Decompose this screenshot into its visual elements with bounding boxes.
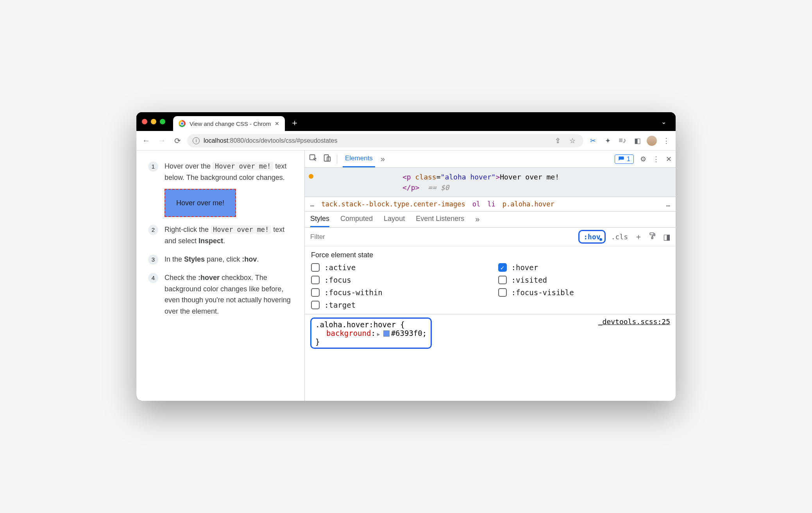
- devtools-panel: Elements » 1 ⚙ ⋮ ✕ <p class="aloha hover…: [304, 151, 676, 401]
- checkbox-checked-icon[interactable]: ✓: [498, 263, 507, 272]
- expand-icon[interactable]: ▶: [377, 331, 380, 337]
- tab-strip: View and change CSS - Chrom ✕ ＋ ⌄: [136, 112, 676, 131]
- crumb-item[interactable]: tack.stack--block.type.center-images: [321, 200, 465, 208]
- url-path: /docs/devtools/css/#pseudostates: [244, 137, 337, 144]
- crumb-overflow-icon[interactable]: …: [310, 200, 314, 208]
- rule-selector: .aloha.hover:hover {: [315, 320, 405, 329]
- state-focus[interactable]: :focus: [311, 276, 483, 284]
- crumb-item-selected[interactable]: p.aloha.hover: [503, 200, 554, 208]
- rule-source-link[interactable]: _devtools.scss:25: [598, 317, 670, 326]
- svg-rect-1: [324, 155, 329, 161]
- state-visited[interactable]: :visited: [498, 276, 670, 284]
- checkbox-icon[interactable]: [498, 288, 507, 297]
- filter-input[interactable]: [309, 231, 574, 242]
- step-1: 1 Hover over the Hover over me! text bel…: [148, 161, 293, 217]
- close-devtools-icon[interactable]: ✕: [666, 155, 672, 163]
- site-info-icon[interactable]: i: [193, 137, 200, 144]
- reload-button[interactable]: ⟳: [172, 136, 183, 145]
- bookmark-icon[interactable]: ☆: [567, 136, 578, 145]
- rule-value: #6393f0: [391, 329, 422, 337]
- url-host: localhost: [204, 137, 228, 144]
- device-toggle-icon[interactable]: [323, 154, 331, 164]
- close-window-icon[interactable]: [142, 119, 147, 124]
- tab-elements[interactable]: Elements: [343, 151, 375, 167]
- dom-eq: =: [436, 173, 441, 181]
- color-swatch-icon[interactable]: [383, 330, 390, 337]
- scissors-icon[interactable]: ✂: [587, 136, 598, 145]
- share-icon[interactable]: ⇪: [552, 136, 563, 145]
- kebab-menu-icon[interactable]: ⋮: [653, 155, 660, 163]
- address-bar[interactable]: i localhost:8080/docs/devtools/css/#pseu…: [187, 134, 583, 147]
- tab-computed[interactable]: Computed: [340, 215, 373, 227]
- state-active[interactable]: :active: [311, 263, 483, 272]
- checkbox-icon[interactable]: [311, 288, 320, 297]
- checkbox-icon[interactable]: [311, 276, 320, 284]
- computed-panel-icon[interactable]: ◨: [662, 232, 672, 242]
- dom-tag: <p: [402, 173, 415, 181]
- step-number: 3: [148, 255, 158, 265]
- cls-toggle-button[interactable]: .cls: [610, 233, 630, 241]
- dom-attr-name: class: [415, 173, 436, 181]
- chrome-icon: [179, 120, 186, 127]
- close-tab-icon[interactable]: ✕: [275, 120, 279, 127]
- state-target[interactable]: :target: [311, 301, 483, 309]
- force-state-panel: Force element state :active ✓:hover :foc…: [305, 246, 676, 314]
- back-button[interactable]: ←: [140, 136, 152, 145]
- tab-layout[interactable]: Layout: [384, 215, 405, 227]
- paint-tool-icon[interactable]: [647, 232, 658, 242]
- force-state-title: Force element state: [311, 251, 669, 259]
- dom-selector-ref: == $0: [428, 183, 449, 192]
- step-bold: Inspect: [199, 237, 223, 245]
- settings-icon[interactable]: ⚙: [640, 155, 646, 163]
- dom-attr-value: "aloha hover": [441, 173, 496, 181]
- window-controls: [142, 119, 165, 124]
- crumb-overflow-icon[interactable]: …: [666, 200, 670, 208]
- more-tabs-icon[interactable]: »: [381, 154, 385, 163]
- hov-toggle-button[interactable]: :hov: [578, 230, 605, 244]
- dom-tag-close: </p>: [402, 183, 419, 192]
- checkbox-icon[interactable]: [311, 301, 320, 309]
- crumb-item[interactable]: ol: [472, 200, 480, 208]
- step-number: 4: [148, 273, 158, 283]
- state-focus-visible[interactable]: :focus-visible: [498, 288, 670, 297]
- minimize-window-icon[interactable]: [151, 119, 156, 124]
- step-text: pane, click: [205, 255, 242, 263]
- extensions-icon[interactable]: ✦: [602, 136, 613, 145]
- inspect-icon[interactable]: [309, 154, 317, 164]
- tab-title: View and change CSS - Chrom: [190, 120, 271, 127]
- forward-button[interactable]: →: [156, 136, 168, 145]
- url-port: :8080: [228, 137, 244, 144]
- browser-window: View and change CSS - Chrom ✕ ＋ ⌄ ← → ⟳ …: [136, 112, 676, 401]
- code-snippet: Hover over me!: [213, 162, 273, 170]
- dom-tree[interactable]: <p class="aloha hover">Hover over me! </…: [305, 168, 676, 197]
- state-focus-within[interactable]: :focus-within: [311, 288, 483, 297]
- hover-demo-element[interactable]: Hover over me!: [165, 189, 236, 217]
- styles-filter-bar: :hov .cls ＋ ◨: [305, 228, 676, 246]
- checkbox-icon[interactable]: [311, 263, 320, 272]
- rule-close: }: [315, 337, 320, 346]
- step-3: 3 In the Styles pane, click :hov.: [148, 254, 293, 265]
- devtools-toolbar: Elements » 1 ⚙ ⋮ ✕: [305, 151, 676, 168]
- new-tab-button[interactable]: ＋: [289, 117, 300, 129]
- tab-event-listeners[interactable]: Event Listeners: [416, 215, 464, 227]
- rule-property: background: [326, 329, 371, 337]
- reading-list-icon[interactable]: ≡♪: [617, 136, 628, 145]
- page-content: 1 Hover over the Hover over me! text bel…: [136, 151, 304, 401]
- checkbox-icon[interactable]: [498, 276, 507, 284]
- profile-avatar[interactable]: [647, 136, 657, 146]
- issues-badge[interactable]: 1: [615, 154, 634, 164]
- side-panel-icon[interactable]: ◧: [632, 136, 643, 145]
- maximize-window-icon[interactable]: [160, 119, 165, 124]
- browser-tab[interactable]: View and change CSS - Chrom ✕: [173, 116, 285, 131]
- step-text: In the: [165, 255, 184, 263]
- menu-icon[interactable]: ⋮: [661, 136, 672, 145]
- state-hover[interactable]: ✓:hover: [498, 263, 670, 272]
- css-rule-highlight[interactable]: .aloha.hover:hover { background:▶#6393f0…: [310, 317, 432, 349]
- more-styles-tabs-icon[interactable]: »: [475, 215, 479, 227]
- issues-count: 1: [627, 156, 630, 163]
- crumb-item[interactable]: li: [487, 200, 495, 208]
- new-rule-icon[interactable]: ＋: [633, 231, 644, 242]
- tab-styles[interactable]: Styles: [310, 215, 329, 227]
- step-bold: :hover: [198, 274, 220, 282]
- tabs-dropdown-icon[interactable]: ⌄: [661, 118, 666, 126]
